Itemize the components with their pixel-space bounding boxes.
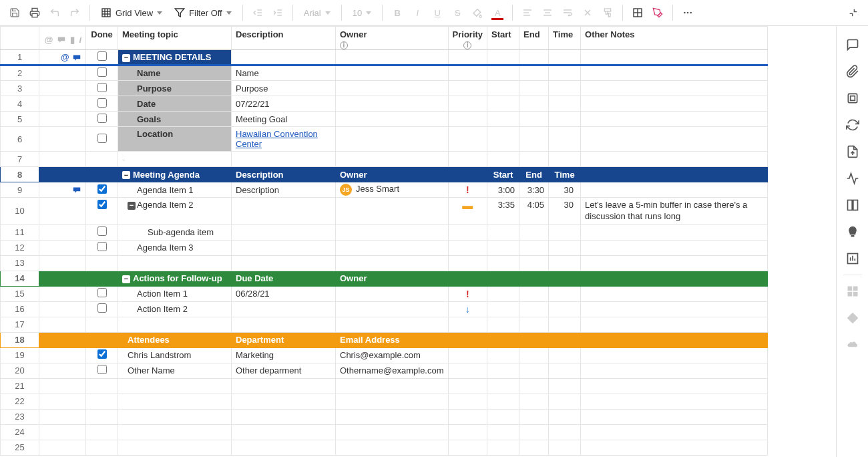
print-icon[interactable] <box>25 3 44 22</box>
location-link[interactable]: Hawaiian Convention Center <box>236 129 318 149</box>
view-dropdown[interactable]: Grid View <box>95 3 168 22</box>
done-checkbox[interactable] <box>97 98 107 108</box>
svg-rect-28 <box>850 96 855 101</box>
fill-color-icon <box>468 3 487 22</box>
reminder-header-icon[interactable]: ▮ <box>70 35 75 45</box>
done-checkbox[interactable] <box>97 67 107 77</box>
brandfolder-icon[interactable] <box>839 218 866 245</box>
collapse-toggle-icon[interactable]: − <box>122 54 130 62</box>
row-5[interactable]: 5 Goals Meeting Goal <box>1 112 768 127</box>
strikethrough-icon: S <box>448 3 467 22</box>
row-20[interactable]: 20 Other Name Other deparment Othername@… <box>1 363 768 378</box>
proofs-icon[interactable] <box>839 85 866 112</box>
done-checkbox[interactable] <box>97 242 107 251</box>
italic-icon: I <box>408 3 427 22</box>
row-1[interactable]: 1 @ −MEETING DETAILS <box>1 50 768 65</box>
row-18[interactable]: 18 Attendees Department Email Address <box>1 332 768 347</box>
grid[interactable]: @ ▮ i Done Meeting topic Description Own… <box>0 26 836 457</box>
undo-icon[interactable] <box>45 3 64 22</box>
filter-dropdown[interactable]: Filter Off <box>169 3 237 22</box>
row-4[interactable]: 4 Date 07/22/21 <box>1 96 768 112</box>
clear-format-icon <box>578 3 597 22</box>
row-17[interactable]: 17 <box>1 317 768 332</box>
comment-header-icon[interactable] <box>57 35 66 44</box>
col-time[interactable]: Time <box>549 27 581 50</box>
chart-widget-icon[interactable] <box>839 245 866 272</box>
priority-low-icon: ↓ <box>465 304 470 315</box>
svg-rect-32 <box>851 235 854 237</box>
grid-widget-icon[interactable] <box>839 278 866 305</box>
row-11[interactable]: 11 Sub-agenda item <box>1 224 768 240</box>
row-25[interactable]: 25 <box>1 440 768 455</box>
salesforce-icon[interactable] <box>839 331 866 358</box>
row-21[interactable]: 21 <box>1 378 768 394</box>
collapse-toggle-icon[interactable]: − <box>128 202 136 210</box>
activity-log-icon[interactable] <box>839 165 866 192</box>
save-icon[interactable] <box>5 3 24 22</box>
row-16[interactable]: 16 Action Item 2 ↓ <box>1 301 768 317</box>
collapse-icon[interactable] <box>844 3 863 22</box>
underline-icon: U <box>428 3 447 22</box>
col-owner[interactable]: Owneri <box>336 27 449 50</box>
col-priority[interactable]: Priorityi <box>448 27 487 50</box>
font-size-dropdown: 10 <box>347 3 377 22</box>
col-desc[interactable]: Description <box>232 27 336 50</box>
info-header-icon[interactable]: i <box>79 35 81 45</box>
row-23[interactable]: 23 <box>1 409 768 424</box>
collapse-toggle-icon[interactable]: − <box>122 275 130 283</box>
row-19[interactable]: 19 Chris Landstrom Marketing Chris@examp… <box>1 347 768 363</box>
section-meeting-details: −MEETING DETAILS <box>118 50 232 65</box>
col-topic[interactable]: Meeting topic <box>118 27 232 50</box>
done-checkbox[interactable] <box>97 349 107 359</box>
col-start[interactable]: Start <box>487 27 519 50</box>
col-notes[interactable]: Other Notes <box>581 27 768 50</box>
row-3[interactable]: 3 Purpose Purpose <box>1 81 768 96</box>
more-icon[interactable] <box>678 3 697 22</box>
sheet-table: @ ▮ i Done Meeting topic Description Own… <box>0 26 768 456</box>
row-14[interactable]: 14 −Actions for Follow-up Due Date Owner <box>1 271 768 286</box>
svg-point-24 <box>684 12 686 14</box>
row-7[interactable]: 7- <box>1 152 768 167</box>
row-10[interactable]: 10 −Agenda Item 2 ▬ 3:35 4:05 30 Let's l… <box>1 198 768 225</box>
done-checkbox[interactable] <box>97 51 107 61</box>
collapse-toggle-icon[interactable]: − <box>122 171 130 179</box>
publish-icon[interactable] <box>839 138 866 165</box>
row-22[interactable]: 22 <box>1 394 768 409</box>
row-6[interactable]: 6 Location Hawaiian Convention Center <box>1 127 768 152</box>
summary-icon[interactable] <box>839 192 866 218</box>
highlight-icon[interactable] <box>648 3 667 22</box>
done-checkbox[interactable] <box>97 200 107 209</box>
conditional-format-icon[interactable] <box>628 3 647 22</box>
done-checkbox[interactable] <box>97 114 107 123</box>
row-2[interactable]: 2 Name Name <box>1 65 768 81</box>
row-12[interactable]: 12 Agenda Item 3 <box>1 240 768 255</box>
done-checkbox[interactable] <box>97 83 107 92</box>
col-end[interactable]: End <box>519 27 549 50</box>
done-checkbox[interactable] <box>97 365 107 374</box>
done-checkbox[interactable] <box>97 303 107 313</box>
done-checkbox[interactable] <box>97 184 107 194</box>
priority-high-icon: ! <box>466 289 469 299</box>
attachments-icon[interactable] <box>839 58 866 85</box>
attachment-header-icon[interactable]: @ <box>45 35 53 45</box>
redo-icon[interactable] <box>65 3 84 22</box>
comment-icon[interactable] <box>72 53 81 62</box>
row-9[interactable]: 9 Agenda Item 1 Description JSJess Smart… <box>1 182 768 198</box>
bold-icon: B <box>388 3 407 22</box>
comment-icon[interactable] <box>72 185 81 194</box>
row-8[interactable]: 8 −Meeting Agenda Description Owner Star… <box>1 167 768 182</box>
row-13[interactable]: 13 <box>1 255 768 271</box>
svg-rect-38 <box>853 287 857 291</box>
conversations-icon[interactable] <box>839 31 866 58</box>
attachment-icon[interactable]: @ <box>61 52 69 62</box>
row-24[interactable]: 24 <box>1 424 768 440</box>
svg-rect-0 <box>32 13 37 17</box>
col-done[interactable]: Done <box>86 27 118 50</box>
done-checkbox[interactable] <box>97 134 107 143</box>
row-15[interactable]: 15 Action Item 1 06/28/21 ! <box>1 286 768 301</box>
indent-icon <box>268 3 287 22</box>
jira-icon[interactable] <box>839 305 866 331</box>
done-checkbox[interactable] <box>97 288 107 297</box>
done-checkbox[interactable] <box>97 226 107 236</box>
update-requests-icon[interactable] <box>839 112 866 138</box>
